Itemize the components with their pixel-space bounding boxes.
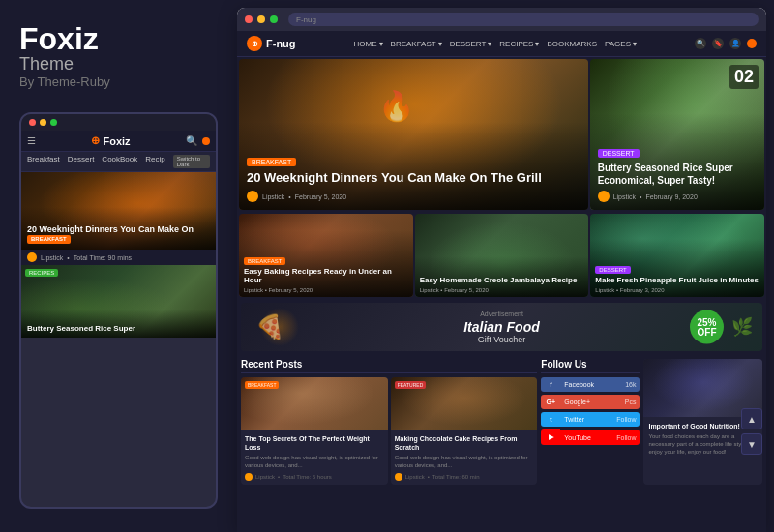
post-avatar-2	[395, 473, 402, 481]
sec-title-2: Easy Homemade Creole Jambalaya Recipe	[420, 276, 584, 285]
site-nav-links: HOME▾ BREAKFAST▾ DESSERT▾ RECIPES▾ BOOKM…	[354, 40, 637, 48]
hero-main-card[interactable]: BREAKFAST 20 Weeknight Dinners You Can M…	[239, 59, 588, 210]
phone-dot-green	[50, 119, 57, 126]
post-body-1: The Top Secrets Of The Perfect Weight Lo…	[241, 430, 388, 485]
post-body-2: Making Chocolate Cake Recipes From Scrat…	[391, 430, 538, 485]
site-logo: ⊕ F-nug	[247, 36, 296, 51]
hero-side-badge: DESSERT	[598, 149, 640, 158]
browser-dot-yellow[interactable]	[257, 15, 265, 23]
ad-discount-badge: 25% OFF	[690, 310, 724, 344]
post-image-1: BREAKFAST	[241, 377, 388, 430]
phone-content: BREAKFAST 20 Weeknight Dinners You Can M…	[21, 172, 216, 338]
brand-title: Foxiz Theme By Theme-Ruby	[19, 23, 218, 89]
social-twitter[interactable]: t Twitter Follow	[541, 412, 640, 427]
gplus-icon: G+	[541, 395, 560, 409]
nav-recipes[interactable]: RECIPES▾	[499, 40, 539, 48]
notification-dot	[747, 39, 757, 48]
nav-home[interactable]: HOME▾	[354, 40, 383, 48]
hero-side-number: 02	[729, 65, 759, 89]
phone-second-badge: RECIPES	[25, 269, 58, 277]
hero-side-meta: Lipstick • February 9, 2020	[598, 191, 757, 202]
phone-dot-yellow	[40, 119, 46, 126]
twitter-label: Twitter	[560, 412, 612, 427]
ad-text: Advertisement Italian Food Gift Voucher	[463, 310, 540, 344]
phone-dark-toggle[interactable]: Switch to Dark	[173, 155, 210, 168]
browser-dot-red[interactable]	[245, 15, 253, 23]
ad-pizza-icon: 🍕	[255, 313, 284, 340]
site-nav: ⊕ F-nug HOME▾ BREAKFAST▾ DESSERT▾ RECIPE…	[237, 31, 766, 57]
site-nav-icons: 🔍 🔖 👤	[695, 38, 757, 49]
post-card-2[interactable]: FEATURED Making Chocolate Cake Recipes F…	[391, 377, 538, 485]
follow-us-title: Follow Us	[541, 359, 640, 373]
post-meta-2: Lipstick • Total Time: 60 min	[395, 473, 534, 481]
search-button[interactable]: 🔍	[695, 38, 706, 49]
browser-chrome-bar: F-nug	[237, 8, 766, 31]
sec-title-1: Easy Baking Recipes Ready in Under an Ho…	[244, 267, 408, 285]
phone-orange-dot	[202, 137, 210, 145]
hero-main-avatar	[247, 191, 258, 202]
sec-meta-3: Lipstick • February 3, 2020	[595, 287, 759, 293]
post-title-2: Making Chocolate Cake Recipes From Scrat…	[395, 434, 534, 452]
person-button[interactable]: 👤	[729, 38, 741, 49]
hero-main-meta: Lipstick • February 5, 2020	[247, 191, 580, 202]
social-facebook[interactable]: f Facebook 16k	[541, 377, 640, 392]
scroll-up-button[interactable]: ▲	[741, 408, 762, 429]
post-badge-2: FEATURED	[395, 381, 427, 389]
youtube-count: Follow	[612, 430, 640, 445]
hero-main-overlay: BREAKFAST 20 Weeknight Dinners You Can M…	[239, 122, 588, 210]
phone-search-icon[interactable]: 🔍	[186, 135, 197, 146]
ad-banner[interactable]: 🍕 Advertisement Italian Food Gift Vouche…	[241, 303, 762, 351]
follow-us-section: Follow Us f Facebook 16k G+ Google+ Pcs	[541, 359, 640, 485]
browser-content: ⊕ F-nug HOME▾ BREAKFAST▾ DESSERT▾ RECIPE…	[237, 31, 766, 532]
posts-grid: BREAKFAST The Top Secrets Of The Perfect…	[241, 377, 537, 485]
social-youtube[interactable]: ▶ YouTube Follow	[541, 429, 640, 445]
bottom-grid: Recent Posts BREAKFAST The Top Secrets O…	[237, 355, 766, 488]
scroll-down-button[interactable]: ▼	[741, 433, 762, 455]
browser-dot-green[interactable]	[270, 15, 278, 23]
hero-side-card[interactable]: 02 DESSERT Buttery Seasoned Rice Super E…	[590, 59, 764, 210]
facebook-count: 16k	[621, 377, 640, 392]
phone-menu-icon[interactable]: ☰	[27, 135, 36, 146]
sec-card-1[interactable]: BREAKFAST Easy Baking Recipes Ready in U…	[239, 214, 413, 297]
phone-second-title: Buttery Seasoned Rice Super	[21, 310, 216, 338]
phone-cat-dessert[interactable]: Dessert	[68, 155, 95, 168]
post-image-2: FEATURED	[391, 377, 538, 430]
facebook-label: Facebook	[560, 377, 621, 392]
sec-overlay-3: DESSERT Make Fresh Pineapple Fruit Juice…	[590, 239, 764, 297]
post-title-1: The Top Secrets Of The Perfect Weight Lo…	[245, 434, 384, 452]
post-badge-1: BREAKFAST	[245, 381, 279, 389]
recent-posts-section: Recent Posts BREAKFAST The Top Secrets O…	[241, 359, 537, 485]
post-card-1[interactable]: BREAKFAST The Top Secrets Of The Perfect…	[241, 377, 388, 485]
phone-cat-recipes[interactable]: Recip	[145, 155, 164, 168]
nav-bookmarks[interactable]: BOOKMARKS	[547, 40, 597, 48]
twitter-count: Follow	[612, 412, 640, 427]
social-googleplus[interactable]: G+ Google+ Pcs	[541, 395, 640, 409]
post-avatar-1	[245, 473, 253, 481]
site-main-content: BREAKFAST 20 Weeknight Dinners You Can M…	[237, 57, 766, 532]
phone-hero-title: BREAKFAST 20 Weeknight Dinners You Can M…	[21, 207, 216, 250]
phone-hero-image: BREAKFAST 20 Weeknight Dinners You Can M…	[21, 172, 216, 250]
nav-breakfast[interactable]: BREAKFAST▾	[391, 40, 442, 48]
sec-badge-3: DESSERT	[595, 266, 630, 274]
phone-cat-cookbook[interactable]: CookBook	[102, 155, 137, 168]
nav-dessert[interactable]: DESSERT▾	[450, 40, 492, 48]
phone-cat-breakfast[interactable]: Breakfast	[27, 155, 60, 168]
post-desc-1: Good web design has visual weight, is op…	[245, 455, 384, 470]
scroll-controls: ▲ ▼	[741, 408, 762, 455]
sec-title-3: Make Fresh Pineapple Fruit Juice in Minu…	[595, 276, 759, 285]
nav-pages[interactable]: PAGES▾	[605, 40, 637, 48]
site-logo-icon: ⊕	[247, 36, 262, 51]
social-list: f Facebook 16k G+ Google+ Pcs t Twitter	[541, 377, 640, 445]
phone-second-image: RECIPES Buttery Seasoned Rice Super	[21, 265, 216, 338]
sec-card-3[interactable]: DESSERT Make Fresh Pineapple Fruit Juice…	[590, 214, 764, 297]
gplus-label: Google+	[560, 395, 620, 409]
phone-hero-avatar	[27, 252, 37, 262]
twitter-icon: t	[541, 412, 560, 427]
hero-side-overlay: DESSERT Buttery Seasoned Rice Super Econ…	[590, 113, 764, 210]
phone-hero-badge: BREAKFAST	[27, 235, 71, 244]
bookmark-button[interactable]: 🔖	[712, 38, 724, 49]
browser-panel: F-nug ⊕ F-nug HOME▾ BREAKFAST▾ DESSERT▾ …	[237, 8, 766, 532]
sec-card-2[interactable]: Easy Homemade Creole Jambalaya Recipe Li…	[415, 214, 589, 297]
post-meta-1: Lipstick • Total Time: 6 hours	[245, 473, 384, 481]
phone-logo: ⊕ Foxiz	[91, 134, 130, 147]
